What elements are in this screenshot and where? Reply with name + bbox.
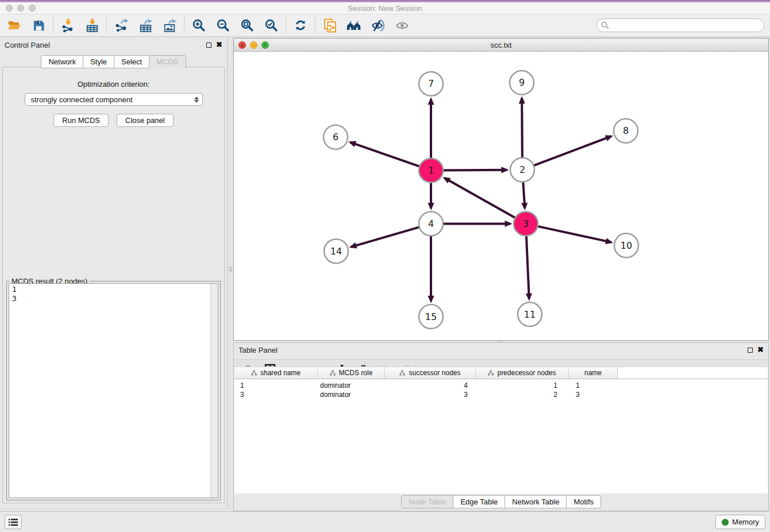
search-input[interactable] [596,18,764,32]
close-panel-icon[interactable]: ✖ [757,347,764,353]
graph-edge-2-8[interactable] [522,136,611,169]
graph-node-label-4: 4 [428,218,434,229]
criterion-select[interactable]: strongly connected component [25,93,203,106]
status-bar: Memory [0,511,770,532]
main-toolbar [0,14,770,37]
cell-predecessor-nodes: 1 [476,381,569,390]
table-header-row: shared name MCDS role successor nodes pr… [234,367,768,379]
import-network-icon[interactable] [60,18,75,33]
export-table-icon[interactable] [138,18,153,33]
clone-network-icon[interactable] [322,18,337,33]
cell-mcds-role: dominator [318,381,385,390]
column-header-mcds-role[interactable]: MCDS role [318,367,385,379]
network-window-titlebar[interactable]: x - + scc.txt [234,38,768,52]
table-panel: Table Panel ✖ ⚙ ✓✓ [233,342,769,511]
optimization-criterion-label: Optimization criterion: [3,80,224,88]
zoom-fit-icon[interactable] [240,18,255,33]
column-hierarchy-icon [399,370,405,376]
hide-panel-eye-icon[interactable] [371,18,386,33]
memory-button[interactable]: Memory [715,515,765,529]
network-window-title: scc.txt [234,41,768,49]
table-panel-header: Table Panel ✖ [234,343,768,357]
cell-successor-nodes: 3 [385,391,476,399]
list-icon [9,518,18,526]
tab-edge-table[interactable]: Edge Table [453,495,505,508]
column-header-predecessor-nodes[interactable]: predecessor nodes [476,367,569,379]
network-canvas[interactable]: 7968124314101511 [234,52,768,340]
cell-successor-nodes: 4 [385,381,476,390]
control-panel: Control Panel ✖ Network Style Select MCD… [0,38,228,507]
float-panel-icon[interactable] [748,348,753,353]
graph-edges [351,98,611,301]
mcds-result-list: 1 3 [9,284,210,498]
column-hierarchy-icon [488,370,494,376]
table-row[interactable]: 3 dominator 3 2 3 [234,390,768,399]
run-mcds-button[interactable]: Run MCDS [53,114,109,127]
graph-edge-1-6[interactable] [351,142,432,171]
export-image-icon[interactable] [162,18,177,33]
tab-select[interactable]: Select [114,55,149,68]
close-panel-icon[interactable]: ✖ [216,42,222,48]
graph-node-label-2: 2 [519,164,525,175]
zoom-selected-icon[interactable] [264,18,279,33]
show-panel-eye-icon[interactable] [395,18,410,33]
home-icon[interactable] [346,18,361,33]
graph-node-label-7: 7 [428,78,434,89]
memory-label: Memory [732,518,759,526]
criterion-selected-value: strongly connected component [31,95,133,104]
graph-node-label-3: 3 [523,218,529,229]
tab-motifs[interactable]: Motifs [567,495,601,508]
memory-status-dot [722,519,729,526]
mcds-result-node: 1 [12,285,207,294]
zoom-in-icon[interactable] [191,18,206,33]
control-panel-title: Control Panel [5,41,50,49]
chevron-up-down-icon [194,97,199,103]
graph-svg: 7968124314101511 [234,52,768,340]
open-file-icon[interactable] [7,18,22,33]
graph-node-label-11: 11 [524,309,536,320]
cell-name: 1 [569,381,618,390]
column-header-name[interactable]: name [569,367,618,379]
result-scrollbar[interactable] [210,284,218,498]
network-view-window: x - + scc.txt 7968124314101511 [233,38,769,341]
cell-shared-name: 1 [234,381,318,390]
zoom-out-icon[interactable] [215,18,230,33]
cell-name: 3 [569,391,618,399]
task-history-button[interactable] [5,515,22,529]
close-panel-button[interactable]: Close panel [117,114,174,127]
refresh-layout-icon[interactable] [293,18,308,33]
table-panel-title: Table Panel [238,346,278,354]
column-header-shared-name[interactable]: shared name [234,367,318,379]
table-row[interactable]: 1 dominator 4 1 1 [234,381,768,390]
graph-node-label-10: 10 [621,240,632,251]
column-header-successor-nodes[interactable]: successor nodes [385,367,476,379]
titlebar: Session: New Session [0,2,770,14]
tab-node-table[interactable]: Node Table [401,495,454,508]
mcds-result-node: 3 [12,294,207,303]
cell-mcds-role: dominator [318,391,385,399]
tab-network[interactable]: Network [41,55,83,68]
column-hierarchy-icon [251,370,257,376]
graph-node-label-8: 8 [623,125,629,136]
export-network-icon[interactable] [114,18,129,33]
graph-edge-3-10[interactable] [526,223,611,242]
tab-style[interactable]: Style [83,55,114,68]
tab-network-table[interactable]: Network Table [505,495,567,508]
tab-mcds[interactable]: MCDS [149,55,186,68]
import-table-icon[interactable] [84,18,99,33]
cell-predecessor-nodes: 2 [476,391,569,399]
search-icon [601,21,609,32]
graph-node-label-1: 1 [428,165,434,176]
column-hierarchy-icon [330,370,336,376]
main-area: Control Panel ✖ Network Style Select MCD… [0,37,770,511]
graph-node-label-14: 14 [330,246,342,257]
vertical-splitter-handle[interactable] [228,261,233,276]
save-session-icon[interactable] [31,18,46,33]
graph-node-label-15: 15 [425,311,437,322]
table-panel-tabs: Node Table Edge Table Network Table Moti… [234,495,768,508]
control-panel-tabs: Network Style Select MCDS [0,55,227,68]
float-panel-icon[interactable] [206,43,211,48]
search-box [596,18,764,32]
graph-edge-3-1[interactable] [445,178,526,224]
node-table: shared name MCDS role successor nodes pr… [234,367,768,494]
